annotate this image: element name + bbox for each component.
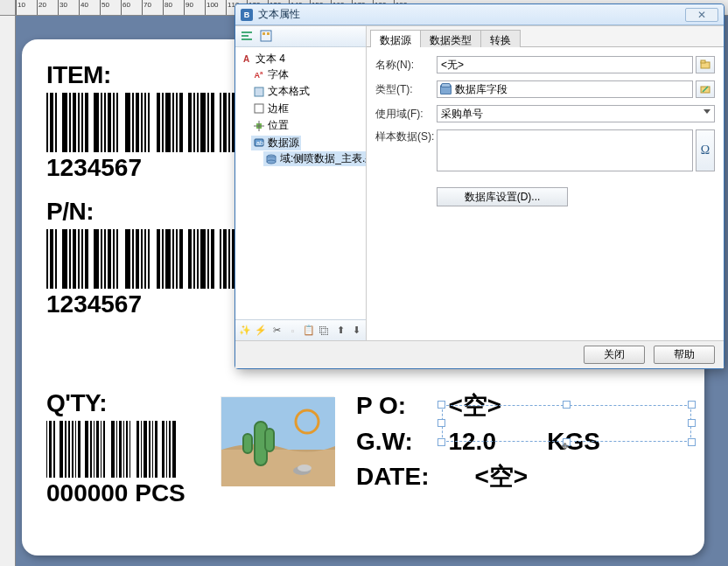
- tab-2[interactable]: 转换: [480, 30, 521, 47]
- qty-label: Q'TY:: [46, 389, 186, 417]
- format-icon: [253, 86, 264, 97]
- paste-icon[interactable]: 📋: [302, 324, 315, 338]
- dialog-title: 文本属性: [258, 7, 685, 22]
- chevron-down-icon: [704, 109, 710, 114]
- svg-rect-1: [221, 450, 335, 486]
- dialog-titlebar[interactable]: B 文本属性 ✕: [235, 4, 724, 25]
- svg-point-23: [267, 160, 276, 164]
- tree-root[interactable]: A 文本 4: [239, 52, 287, 66]
- date-label: DATE:: [356, 460, 446, 494]
- border-icon: [253, 103, 264, 115]
- font-icon: Aa: [253, 69, 264, 80]
- svg-text:ab: ab: [256, 140, 263, 146]
- tree-node-font[interactable]: Aa字体: [251, 67, 290, 82]
- svg-rect-4: [243, 434, 252, 453]
- svg-rect-12: [262, 32, 265, 35]
- po-label: P O:: [356, 389, 446, 423]
- tab-1[interactable]: 数据类型: [420, 30, 481, 47]
- name-label: 名称(N):: [375, 58, 437, 73]
- tree-node-border[interactable]: 边框: [251, 101, 290, 116]
- tree-node-field[interactable]: 域:侧喷数据_主表.采购单: [263, 151, 366, 166]
- omega-button[interactable]: Ω: [696, 129, 715, 171]
- align-icon[interactable]: [239, 28, 255, 44]
- svg-rect-25: [701, 60, 705, 63]
- svg-rect-11: [261, 31, 271, 41]
- flash-icon[interactable]: ⚡: [254, 324, 267, 338]
- tab-0[interactable]: 数据源: [370, 30, 421, 47]
- dialog-close-button[interactable]: ✕: [685, 8, 718, 22]
- field-label: 使用域(F):: [375, 107, 437, 122]
- date-value[interactable]: <空>: [448, 460, 545, 494]
- name-input[interactable]: [437, 56, 693, 73]
- property-tree[interactable]: A 文本 4 Aa字体文本格式边框位置ab数据源域:侧喷数据_主表.采购单: [235, 47, 366, 319]
- tree-node-format[interactable]: 文本格式: [251, 84, 312, 99]
- tree-node-position[interactable]: 位置: [251, 118, 290, 133]
- app-icon: B: [241, 9, 253, 21]
- dialog-footer: 关闭 帮助: [235, 340, 724, 368]
- copy-icon[interactable]: ⿻: [318, 324, 331, 338]
- ruler-corner: [0, 0, 16, 16]
- position-icon: [253, 120, 264, 131]
- close-button[interactable]: 关闭: [584, 346, 645, 364]
- name-browse-button[interactable]: [696, 56, 715, 73]
- svg-rect-10: [242, 38, 252, 40]
- svg-rect-14: [255, 87, 263, 96]
- selection-handles[interactable]: ✥: [442, 405, 691, 442]
- type-label: 类型(T):: [375, 82, 437, 97]
- type-change-button[interactable]: [696, 80, 715, 98]
- svg-rect-5: [265, 429, 274, 451]
- svg-rect-9: [242, 35, 248, 37]
- field-icon: [265, 153, 276, 164]
- qty-block: Q'TY: 000000 PCS: [46, 389, 186, 507]
- form-pane: 数据源数据类型转换 名称(N): 类型(T):: [367, 26, 724, 340]
- up-icon[interactable]: ⬆: [334, 324, 347, 338]
- sample-textarea[interactable]: [437, 129, 693, 171]
- properties-icon[interactable]: [258, 28, 274, 44]
- gw-label: G.W:: [356, 425, 446, 459]
- tree-bottom-toolbar: ✨ ⚡ ✂ ▫ 📋 ⿻ ⬆ ⬇: [235, 319, 366, 340]
- datasource-icon: ab: [253, 137, 264, 149]
- svg-rect-15: [255, 104, 263, 113]
- sample-label: 样本数据(S):: [375, 129, 437, 144]
- tabs: 数据源数据类型转换: [367, 26, 724, 47]
- tree-toolbar: [235, 26, 366, 47]
- help-button[interactable]: 帮助: [654, 346, 715, 364]
- db-settings-button[interactable]: 数据库设置(D)...: [437, 187, 568, 206]
- text-icon: A: [241, 53, 252, 65]
- down-icon[interactable]: ⬇: [350, 324, 363, 338]
- svg-rect-13: [267, 32, 270, 35]
- field-select[interactable]: 采购单号: [437, 105, 715, 122]
- type-field[interactable]: 数据库字段: [437, 80, 693, 98]
- placeholder-image[interactable]: [220, 396, 334, 486]
- blank-icon[interactable]: ▫: [286, 324, 299, 338]
- ruler-vertical: [0, 16, 16, 566]
- svg-rect-8: [242, 31, 252, 33]
- qty-value: 000000 PCS: [46, 479, 186, 507]
- database-icon: [440, 85, 452, 94]
- tree-pane: A 文本 4 Aa字体文本格式边框位置ab数据源域:侧喷数据_主表.采购单 ✨ …: [235, 26, 367, 340]
- cut-icon[interactable]: ✂: [270, 324, 284, 338]
- qty-barcode[interactable]: [46, 421, 178, 478]
- wand-icon[interactable]: ✨: [238, 324, 251, 338]
- text-properties-dialog: B 文本属性 ✕ A 文本 4: [234, 3, 724, 369]
- tree-node-datasource[interactable]: ab数据源: [251, 136, 301, 150]
- svg-point-7: [298, 465, 312, 472]
- move-handle-icon[interactable]: ✥: [562, 438, 569, 452]
